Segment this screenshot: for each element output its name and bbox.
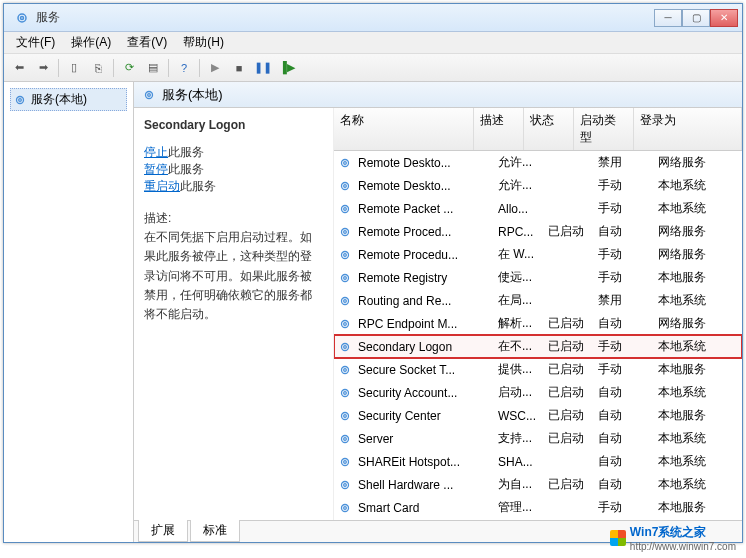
svg-point-5 xyxy=(148,93,151,96)
tab-extended[interactable]: 扩展 xyxy=(138,520,188,542)
maximize-button[interactable]: ▢ xyxy=(682,9,710,27)
table-row[interactable]: Server 支持... 已启动 自动 本地系统 xyxy=(334,427,742,450)
table-row[interactable]: Secondary Logon 在不... 已启动 手动 本地系统 xyxy=(334,335,742,358)
table-row[interactable]: Routing and Re... 在局... 禁用 本地系统 xyxy=(334,289,742,312)
help-button[interactable]: ? xyxy=(173,57,195,79)
table-row[interactable]: Remote Packet ... Allo... 手动 本地系统 xyxy=(334,197,742,220)
col-name[interactable]: 名称 xyxy=(334,108,474,150)
stop-button[interactable]: ■ xyxy=(228,57,250,79)
svg-point-21 xyxy=(344,322,347,325)
export-button[interactable]: ⎘ xyxy=(87,57,109,79)
cell-startup: 手动 xyxy=(592,245,652,264)
cell-startup: 自动 xyxy=(592,429,652,448)
cell-startup: 自动 xyxy=(592,475,652,494)
restart-link[interactable]: 重启动 xyxy=(144,179,180,193)
gear-icon xyxy=(142,88,156,102)
cell-status xyxy=(542,461,592,463)
cell-startup: 手动 xyxy=(592,176,652,195)
stop-link[interactable]: 停止 xyxy=(144,145,168,159)
table-row[interactable]: Smart Card 管理... 手动 本地服务 xyxy=(334,496,742,519)
table-row[interactable]: Security Account... 启动... 已启动 自动 本地系统 xyxy=(334,381,742,404)
cell-desc: 支持... xyxy=(492,429,542,448)
table-row[interactable]: Remote Registry 使远... 手动 本地服务 xyxy=(334,266,742,289)
svg-point-18 xyxy=(342,297,349,304)
gear-icon xyxy=(338,202,352,216)
app-icon xyxy=(14,10,30,26)
menu-action[interactable]: 操作(A) xyxy=(63,32,119,53)
show-hide-tree-button[interactable]: ▯ xyxy=(63,57,85,79)
back-button[interactable]: ⬅ xyxy=(8,57,30,79)
cell-logon: 本地系统 xyxy=(652,337,742,356)
window-title: 服务 xyxy=(36,9,654,26)
separator xyxy=(168,59,169,77)
gear-icon xyxy=(338,225,352,239)
cell-startup: 自动 xyxy=(592,452,652,471)
close-button[interactable]: ✕ xyxy=(710,9,738,27)
cell-desc: 提供... xyxy=(492,360,542,379)
tab-standard[interactable]: 标准 xyxy=(190,520,240,542)
windows-logo-icon xyxy=(610,530,626,546)
start-button[interactable]: ▶ xyxy=(204,57,226,79)
svg-point-11 xyxy=(344,207,347,210)
gear-icon xyxy=(13,93,27,107)
svg-point-6 xyxy=(342,159,349,166)
forward-button[interactable]: ➡ xyxy=(32,57,54,79)
table-row[interactable]: Remote Proced... RPC... 已启动 自动 网络服务 xyxy=(334,220,742,243)
panel-header: 服务(本地) xyxy=(134,82,742,108)
separator xyxy=(113,59,114,77)
table-row[interactable]: Shell Hardware ... 为自... 已启动 自动 本地系统 xyxy=(334,473,742,496)
svg-point-19 xyxy=(344,299,347,302)
restart-button[interactable]: ▐▶ xyxy=(276,57,298,79)
cell-name: Remote Deskto... xyxy=(352,155,492,171)
panel-header-label: 服务(本地) xyxy=(162,86,223,104)
gear-icon xyxy=(338,501,352,515)
svg-point-1 xyxy=(21,16,24,19)
services-list[interactable]: 名称 描述 状态 启动类型 登录为 Remote Deskto... 允许...… xyxy=(334,108,742,520)
cell-status: 已启动 xyxy=(542,337,592,356)
cell-status xyxy=(542,162,592,164)
titlebar[interactable]: 服务 ─ ▢ ✕ xyxy=(4,4,742,32)
desc-label: 描述: xyxy=(144,209,323,228)
refresh-button[interactable]: ⟳ xyxy=(118,57,140,79)
col-desc[interactable]: 描述 xyxy=(474,108,524,150)
col-logon[interactable]: 登录为 xyxy=(634,108,742,150)
cell-logon: 网络服务 xyxy=(652,222,742,241)
table-row[interactable]: RPC Endpoint M... 解析... 已启动 自动 网络服务 xyxy=(334,312,742,335)
svg-point-14 xyxy=(342,251,349,258)
svg-point-23 xyxy=(344,345,347,348)
svg-point-27 xyxy=(344,391,347,394)
table-row[interactable]: Remote Deskto... 允许... 手动 本地系统 xyxy=(334,174,742,197)
svg-point-17 xyxy=(344,276,347,279)
table-row[interactable]: Remote Procedu... 在 W... 手动 网络服务 xyxy=(334,243,742,266)
properties-button[interactable]: ▤ xyxy=(142,57,164,79)
table-row[interactable]: Secure Socket T... 提供... 已启动 手动 本地服务 xyxy=(334,358,742,381)
minimize-button[interactable]: ─ xyxy=(654,9,682,27)
table-row[interactable]: Security Center WSC... 已启动 自动 本地服务 xyxy=(334,404,742,427)
table-row[interactable]: SHAREit Hotspot... SHA... 自动 本地系统 xyxy=(334,450,742,473)
cell-name: Server xyxy=(352,431,492,447)
pause-link[interactable]: 暂停 xyxy=(144,162,168,176)
cell-desc: 在局... xyxy=(492,291,542,310)
svg-point-7 xyxy=(344,161,347,164)
cell-name: Smart Card xyxy=(352,500,492,516)
menu-file[interactable]: 文件(F) xyxy=(8,32,63,53)
col-startup[interactable]: 启动类型 xyxy=(574,108,634,150)
cell-startup: 手动 xyxy=(592,498,652,517)
menu-help[interactable]: 帮助(H) xyxy=(175,32,232,53)
tree-root-services[interactable]: 服务(本地) xyxy=(10,88,127,111)
gear-icon xyxy=(338,294,352,308)
table-row[interactable]: Remote Deskto... 允许... 禁用 网络服务 xyxy=(334,151,742,174)
svg-point-13 xyxy=(344,230,347,233)
table-row[interactable]: Smart Card Rem... 允许... 禁用 本地系统 xyxy=(334,519,742,520)
menu-view[interactable]: 查看(V) xyxy=(119,32,175,53)
cell-name: Secondary Logon xyxy=(352,339,492,355)
watermark-url: http://www.winwin7.com xyxy=(630,541,736,552)
cell-logon: 网络服务 xyxy=(652,314,742,333)
cell-startup: 手动 xyxy=(592,360,652,379)
cell-name: Routing and Re... xyxy=(352,293,492,309)
col-status[interactable]: 状态 xyxy=(524,108,574,150)
cell-desc: 管理... xyxy=(492,498,542,517)
pause-button[interactable]: ❚❚ xyxy=(252,57,274,79)
cell-status: 已启动 xyxy=(542,314,592,333)
cell-startup: 手动 xyxy=(592,337,652,356)
